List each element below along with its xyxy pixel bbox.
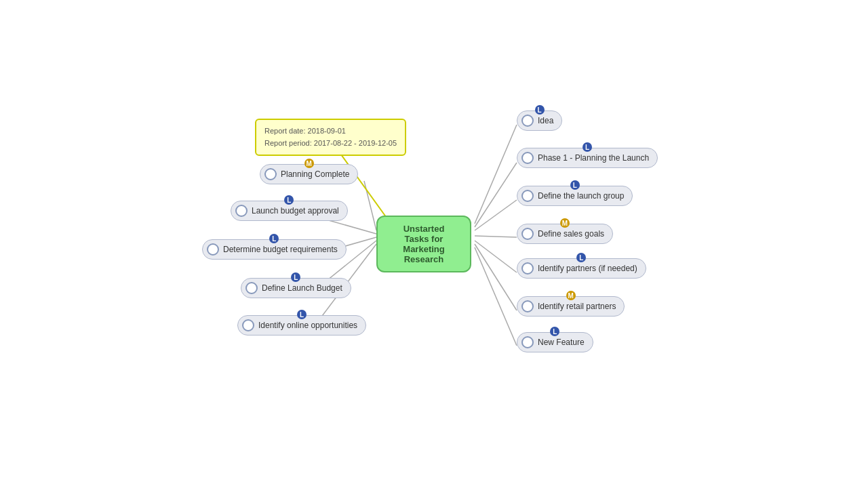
circle-identify-partners <box>521 262 534 274</box>
report-period: Report period: 2017-08-22 - 2019-12-05 <box>264 138 397 150</box>
center-label: Unstarted Tasks forMarketing Research <box>403 224 444 264</box>
marker-launch-budget-approval: L <box>284 195 294 205</box>
marker-phase1: L <box>583 142 592 152</box>
marker-idea: L <box>535 105 545 115</box>
marker-determine-budget: L <box>269 234 279 243</box>
marker-define-sales-goals: M <box>560 218 570 228</box>
center-node: Unstarted Tasks forMarketing Research <box>376 216 471 272</box>
label-define-launch-group: Define the launch group <box>538 191 624 201</box>
circle-idea <box>521 115 534 127</box>
label-determine-budget: Determine budget requirements <box>223 245 338 254</box>
circle-identify-retail <box>521 300 534 312</box>
circle-determine-budget <box>207 243 219 256</box>
svg-line-10 <box>475 244 517 310</box>
circle-define-launch-group <box>521 190 534 202</box>
marker-define-launch-budget: L <box>291 272 300 282</box>
svg-line-9 <box>475 241 517 272</box>
label-define-launch-budget: Define Launch Budget <box>262 283 342 293</box>
circle-launch-budget-approval <box>235 205 248 217</box>
svg-line-11 <box>475 247 517 346</box>
label-idea: Idea <box>538 116 553 125</box>
svg-line-0 <box>364 181 376 230</box>
marker-define-launch-group: L <box>570 180 580 190</box>
label-new-feature: New Feature <box>538 338 585 347</box>
label-launch-budget-approval: Launch budget approval <box>252 206 339 216</box>
report-box: Report date: 2018-09-01 Report period: 2… <box>255 119 406 156</box>
label-phase1: Phase 1 - Planning the Launch <box>538 153 649 163</box>
report-date: Report date: 2018-09-01 <box>264 125 397 138</box>
marker-identify-online: L <box>297 310 307 319</box>
marker-identify-retail: M <box>566 291 576 300</box>
label-define-sales-goals: Define sales goals <box>538 229 604 239</box>
label-planning-complete: Planning Complete <box>281 169 349 179</box>
circle-identify-online <box>242 319 254 331</box>
svg-line-6 <box>475 163 517 227</box>
marker-identify-partners: L <box>576 253 586 262</box>
marker-new-feature: L <box>550 327 559 336</box>
circle-define-sales-goals <box>521 228 534 240</box>
circle-planning-complete <box>264 168 277 180</box>
svg-line-7 <box>475 200 517 230</box>
marker-planning-complete: M <box>304 159 314 168</box>
circle-define-launch-budget <box>245 282 258 294</box>
circle-phase1 <box>521 152 534 164</box>
label-identify-partners: Identify partners (if needed) <box>538 264 637 273</box>
label-identify-online: Identify online opportunities <box>258 321 357 330</box>
svg-line-5 <box>475 125 517 224</box>
label-identify-retail: Identify retail partners <box>538 302 616 311</box>
circle-new-feature <box>521 336 534 348</box>
svg-line-8 <box>475 236 517 237</box>
